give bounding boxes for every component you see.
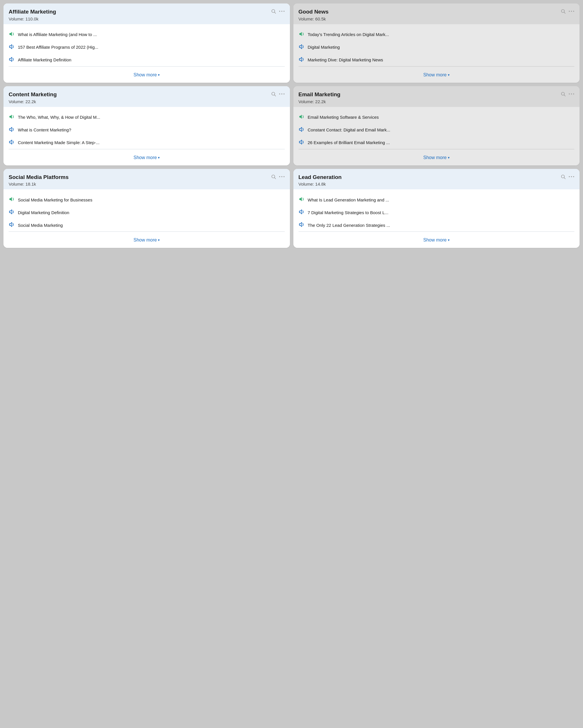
more-options-icon[interactable]	[568, 174, 574, 180]
card-header: Affiliate MarketingVolume: 110.0k	[3, 3, 290, 24]
divider	[298, 231, 575, 232]
svg-point-8	[571, 11, 572, 12]
megaphone-icon	[298, 113, 305, 121]
result-item: Digital Marketing	[298, 41, 575, 54]
svg-point-27	[569, 176, 570, 177]
svg-line-1	[274, 12, 275, 13]
divider	[298, 149, 575, 149]
show-more-button[interactable]: Show more▾	[423, 155, 450, 160]
card-title: Email Marketing	[298, 92, 558, 98]
svg-point-29	[573, 176, 574, 177]
card-header: Lead GenerationVolume: 14.8k	[293, 169, 580, 190]
megaphone-icon	[298, 209, 305, 216]
result-text: Content Marketing Made Simple: A Step-..…	[18, 140, 100, 146]
search-icon[interactable]	[271, 174, 276, 180]
result-text: The Only 22 Lead Generation Strategies .…	[308, 223, 390, 228]
megaphone-icon	[298, 31, 305, 38]
result-text: Social Media Marketing	[18, 223, 63, 228]
result-text: 157 Best Affiliate Programs of 2022 (Hig…	[18, 44, 98, 50]
result-item: Constant Contact: Digital and Email Mark…	[298, 124, 575, 136]
megaphone-icon	[9, 113, 15, 121]
show-more-label: Show more	[133, 72, 157, 78]
result-text: Email Marketing Software & Services	[308, 114, 379, 120]
result-text: Social Media Marketing for Businesses	[18, 197, 92, 203]
result-text: The Who, What, Why, & How of Digital M..…	[18, 114, 100, 120]
svg-point-23	[281, 176, 283, 177]
svg-point-22	[279, 176, 280, 177]
result-item: The Who, What, Why, & How of Digital M..…	[9, 111, 285, 124]
card-header: Good NewsVolume: 60.5k	[293, 3, 580, 24]
chevron-down-icon: ▾	[448, 238, 450, 242]
result-item: Affiliate Marketing Definition	[9, 54, 285, 66]
show-more-button[interactable]: Show more▾	[133, 237, 160, 243]
svg-point-13	[281, 94, 283, 95]
result-text: Digital Marketing Definition	[18, 210, 69, 215]
show-more-button[interactable]: Show more▾	[423, 72, 450, 78]
show-more-button[interactable]: Show more▾	[423, 237, 450, 243]
search-icon[interactable]	[271, 9, 276, 15]
show-more-button[interactable]: Show more▾	[133, 72, 160, 78]
chevron-down-icon: ▾	[158, 238, 160, 242]
more-options-icon[interactable]	[279, 174, 285, 180]
card-header: Social Media PlatformsVolume: 18.1k	[3, 169, 290, 190]
svg-point-4	[283, 11, 285, 12]
card-title: Social Media Platforms	[9, 174, 268, 181]
card-header: Email MarketingVolume: 22.2k	[293, 86, 580, 107]
card-header: Content MarketingVolume: 22.2k	[3, 86, 290, 107]
result-text: 7 Digital Marketing Strategies to Boost …	[308, 210, 389, 215]
more-options-icon[interactable]	[279, 9, 285, 15]
svg-point-12	[279, 94, 280, 95]
result-item: The Only 22 Lead Generation Strategies .…	[298, 219, 575, 231]
card-content-marketing: Content MarketingVolume: 22.2k The Who, …	[3, 86, 290, 165]
more-options-icon[interactable]	[279, 92, 285, 97]
card-title: Lead Generation	[298, 174, 558, 181]
result-text: Digital Marketing	[308, 44, 340, 50]
show-more-button[interactable]: Show more▾	[133, 155, 160, 160]
result-text: What is Content Marketing?	[18, 127, 71, 133]
card-social-media-platforms: Social Media PlatformsVolume: 18.1k Soci…	[3, 169, 290, 248]
result-item: Social Media Marketing for Businesses	[9, 193, 285, 206]
result-item: Today's Trending Articles on Digital Mar…	[298, 28, 575, 41]
svg-point-19	[573, 94, 574, 95]
cards-grid: Affiliate MarketingVolume: 110.0k What i…	[3, 3, 580, 248]
svg-point-24	[283, 176, 285, 177]
more-options-icon[interactable]	[568, 9, 574, 15]
divider	[9, 149, 285, 149]
result-item: 157 Best Affiliate Programs of 2022 (Hig…	[9, 41, 285, 54]
search-icon[interactable]	[271, 92, 276, 97]
megaphone-icon	[298, 44, 305, 51]
result-item: What Is Lead Generation Marketing and ..…	[298, 193, 575, 206]
svg-point-3	[281, 11, 283, 12]
megaphone-icon	[9, 44, 15, 51]
search-icon[interactable]	[560, 174, 566, 180]
svg-point-7	[569, 11, 570, 12]
card-body: What Is Lead Generation Marketing and ..…	[293, 189, 580, 248]
megaphone-icon	[9, 222, 15, 229]
card-volume: Volume: 22.2k	[9, 99, 285, 104]
divider	[298, 66, 575, 67]
card-volume: Volume: 22.2k	[298, 99, 575, 104]
megaphone-icon	[298, 56, 305, 64]
card-email-marketing: Email MarketingVolume: 22.2k Email Marke…	[293, 86, 580, 165]
result-text: What is Affiliate Marketing (and How to …	[18, 32, 97, 37]
svg-line-11	[274, 95, 275, 96]
result-item: 7 Digital Marketing Strategies to Boost …	[298, 206, 575, 219]
megaphone-icon	[298, 222, 305, 229]
show-more-label: Show more	[423, 155, 447, 160]
card-body: Today's Trending Articles on Digital Mar…	[293, 24, 580, 83]
chevron-down-icon: ▾	[158, 156, 160, 160]
svg-point-2	[279, 11, 280, 12]
more-options-icon[interactable]	[568, 92, 574, 97]
svg-point-14	[283, 94, 285, 95]
result-text: Affiliate Marketing Definition	[18, 57, 72, 63]
result-text: Today's Trending Articles on Digital Mar…	[308, 32, 389, 37]
card-title: Affiliate Marketing	[9, 9, 268, 15]
result-item: What is Content Marketing?	[9, 124, 285, 136]
megaphone-icon	[9, 126, 15, 134]
search-icon[interactable]	[560, 9, 566, 15]
result-text: Constant Contact: Digital and Email Mark…	[308, 127, 391, 133]
card-title: Good News	[298, 9, 558, 15]
show-more-label: Show more	[133, 237, 157, 243]
card-body: The Who, What, Why, & How of Digital M..…	[3, 107, 290, 165]
search-icon[interactable]	[560, 92, 566, 97]
